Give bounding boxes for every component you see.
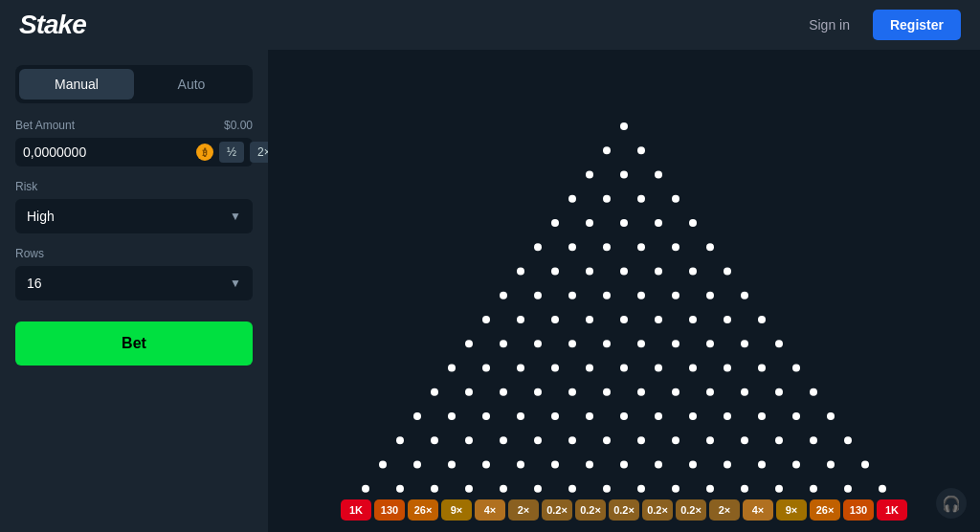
multiplier-badge: 0.2× bbox=[542, 499, 572, 521]
multiplier-badge: 0.2× bbox=[642, 499, 673, 521]
multiplier-badge: 0.2× bbox=[676, 499, 706, 521]
risk-dropdown-wrap: Low Medium High ▼ bbox=[15, 199, 253, 233]
bet-input-row: ₿ ½ 2× Max bbox=[15, 138, 253, 166]
multiplier-badge: 26× bbox=[408, 499, 438, 521]
half-button[interactable]: ½ bbox=[219, 142, 244, 163]
multiplier-badge: 4× bbox=[475, 499, 505, 521]
multiplier-badge: 9× bbox=[776, 499, 807, 521]
risk-label: Risk bbox=[15, 180, 253, 193]
tab-manual[interactable]: Manual bbox=[19, 69, 134, 100]
multiplier-badge: 130 bbox=[374, 499, 405, 521]
support-icon[interactable]: 🎧 bbox=[936, 488, 967, 519]
tab-auto[interactable]: Auto bbox=[134, 69, 249, 100]
bet-amount-value: $0.00 bbox=[224, 119, 253, 132]
coin-icon: ₿ bbox=[196, 144, 213, 161]
bet-button[interactable]: Bet bbox=[15, 321, 253, 366]
sidebar: Manual Auto Bet Amount $0.00 ₿ ½ 2× Max … bbox=[0, 50, 268, 532]
rows-dropdown-wrap: 8910 111213 141516 ▼ bbox=[15, 266, 253, 300]
multiplier-badge: 1K bbox=[877, 499, 907, 521]
main-layout: Manual Auto Bet Amount $0.00 ₿ ½ 2× Max … bbox=[0, 50, 980, 532]
bet-amount-input[interactable] bbox=[23, 144, 190, 160]
header-right: Sign in Register bbox=[797, 10, 961, 40]
multiplier-badge: 9× bbox=[441, 499, 472, 521]
multiplier-badge: 0.2× bbox=[609, 499, 639, 521]
multiplier-badge: 4× bbox=[743, 499, 773, 521]
game-area: 1K13026×9×4×2×0.2×0.2×0.2×0.2×0.2×2×4×9×… bbox=[268, 50, 980, 532]
multiplier-badge: 1K bbox=[341, 499, 371, 521]
multiplier-badge: 2× bbox=[709, 499, 740, 521]
multiplier-badge: 130 bbox=[843, 499, 874, 521]
logo: Stake bbox=[19, 10, 86, 40]
rows-dropdown[interactable]: 8910 111213 141516 bbox=[15, 266, 253, 300]
header: Stake Sign in Register bbox=[0, 0, 980, 50]
multiplier-badge: 26× bbox=[810, 499, 840, 521]
plinko-board bbox=[268, 107, 980, 532]
signin-button[interactable]: Sign in bbox=[797, 11, 861, 38]
risk-dropdown[interactable]: Low Medium High bbox=[15, 199, 253, 233]
register-button[interactable]: Register bbox=[873, 10, 961, 40]
rows-label: Rows bbox=[15, 247, 253, 260]
multiplier-row: 1K13026×9×4×2×0.2×0.2×0.2×0.2×0.2×2×4×9×… bbox=[268, 499, 980, 521]
multiplier-badge: 2× bbox=[508, 499, 539, 521]
bet-amount-label: Bet Amount $0.00 bbox=[15, 119, 253, 132]
mode-tabs: Manual Auto bbox=[15, 65, 253, 103]
multiplier-badge: 0.2× bbox=[575, 499, 606, 521]
